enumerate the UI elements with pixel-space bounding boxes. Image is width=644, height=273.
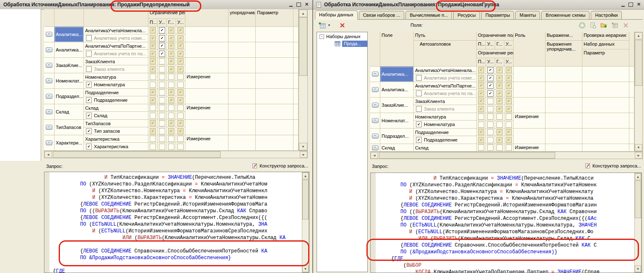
- expression-cell[interactable]: [229, 89, 256, 104]
- minimize-button[interactable]: [620, 1, 626, 8]
- restriction-checkbox[interactable]: ✔: [477, 67, 486, 74]
- restriction-checkbox[interactable]: ✔: [477, 105, 486, 113]
- role-cell[interactable]: [514, 67, 545, 82]
- tab-8[interactable]: Настройки: [591, 11, 622, 19]
- restriction-checkbox[interactable]: ✔: [504, 136, 514, 144]
- restriction-checkbox[interactable]: ✔: [158, 65, 167, 73]
- restriction-checkbox[interactable]: ✔: [176, 89, 185, 96]
- tab-1[interactable]: Наборы данных: [315, 10, 358, 20]
- right-table-vscrollbar[interactable]: ▲ ▼: [634, 32, 643, 152]
- parameter-cell[interactable]: [256, 135, 293, 151]
- right-titlebar[interactable]: Обработка ИсточникиДанныхПланирования: П…: [313, 0, 644, 10]
- restriction-checkbox[interactable]: ✔: [148, 143, 158, 151]
- restriction-checkbox[interactable]: ✔: [176, 135, 185, 143]
- restriction-checkbox[interactable]: ✔: [167, 89, 176, 96]
- field-name-cell[interactable]: Склад: [380, 144, 414, 152]
- restriction-checkbox[interactable]: ✔: [167, 81, 176, 89]
- expression-cell[interactable]: [545, 113, 582, 129]
- expression-cell[interactable]: [545, 98, 582, 113]
- restriction-checkbox[interactable]: ✔: [486, 98, 495, 105]
- restriction-checkbox[interactable]: ✔: [495, 82, 504, 90]
- restriction-checkbox[interactable]: ✔: [477, 144, 486, 152]
- restriction-checkbox[interactable]: ✔: [176, 73, 185, 81]
- restriction-checkbox[interactable]: ✔: [495, 90, 504, 98]
- autotitle-checkbox[interactable]: [86, 35, 92, 41]
- row-collapse-button[interactable]: −: [44, 42, 55, 58]
- restriction-checkbox[interactable]: ✔: [486, 74, 495, 82]
- restriction-checkbox[interactable]: ✔: [158, 27, 167, 34]
- field-name-cell[interactable]: Аналитика...: [380, 82, 414, 98]
- role-cell[interactable]: Измерение: [514, 113, 545, 129]
- query-builder-link[interactable]: Конструктор запроса...: [585, 163, 641, 169]
- minimize-button[interactable]: [288, 1, 294, 8]
- right-table-hscrollbar[interactable]: ◄ ►: [370, 152, 643, 159]
- role-cell[interactable]: [185, 27, 229, 42]
- field-autotitle-cell[interactable]: Аналитика учета по па...: [414, 90, 477, 98]
- scroll-down-icon[interactable]: ▼: [635, 144, 642, 151]
- restriction-checkbox[interactable]: ✔: [176, 120, 185, 127]
- parameter-cell[interactable]: [256, 120, 293, 135]
- row-collapse-button[interactable]: −: [44, 104, 55, 120]
- restriction-checkbox[interactable]: ✔: [148, 50, 158, 58]
- restriction-checkbox[interactable]: ✔: [504, 144, 514, 152]
- restriction-checkbox[interactable]: ✔: [495, 144, 504, 152]
- restriction-checkbox[interactable]: ✔: [148, 42, 158, 50]
- autotitle-checkbox[interactable]: [416, 106, 422, 112]
- scroll-thumb[interactable]: [635, 180, 641, 218]
- role-cell[interactable]: [185, 120, 229, 135]
- scroll-up-icon[interactable]: ▲: [635, 173, 641, 180]
- restriction-checkbox[interactable]: ✔: [486, 113, 495, 121]
- autotitle-checkbox[interactable]: [86, 66, 92, 72]
- field-name-cell[interactable]: ЗаказКлие...: [380, 98, 414, 113]
- restriction-checkbox[interactable]: ✔: [176, 127, 185, 135]
- add-dataset-button[interactable]: [318, 21, 327, 29]
- tab-6[interactable]: Макеты: [515, 11, 540, 19]
- field-path-cell[interactable]: Склад: [414, 144, 477, 152]
- row-collapse-button[interactable]: −: [370, 144, 380, 152]
- role-cell[interactable]: [185, 42, 229, 58]
- field-path-cell[interactable]: Номенклатура: [84, 73, 148, 81]
- restriction-checkbox[interactable]: ✔: [176, 27, 185, 34]
- restriction-checkbox[interactable]: ✔: [158, 58, 167, 65]
- restriction-checkbox[interactable]: ✔: [158, 42, 167, 50]
- row-collapse-button[interactable]: −: [44, 27, 55, 42]
- role-cell[interactable]: [514, 82, 545, 98]
- role-cell[interactable]: Измерение: [185, 73, 229, 89]
- field-name-cell[interactable]: Характери...: [55, 135, 84, 151]
- add-field-button[interactable]: [578, 21, 586, 29]
- right-query-vscrollbar[interactable]: ▲ ▼: [634, 173, 641, 273]
- parameter-cell[interactable]: [256, 89, 293, 104]
- scroll-thumb[interactable]: [635, 40, 642, 86]
- restriction-checkbox[interactable]: ✔: [504, 121, 514, 129]
- autotitle-checkbox[interactable]: ✔: [86, 113, 92, 118]
- restriction-checkbox[interactable]: ✔: [148, 135, 158, 143]
- delete-dataset-button[interactable]: [338, 21, 347, 29]
- delete-field-button[interactable]: [621, 21, 630, 29]
- field-name-cell[interactable]: Подраздел...: [55, 89, 84, 104]
- parameter-cell[interactable]: [256, 27, 293, 42]
- field-name-cell[interactable]: Аналитика...: [55, 27, 84, 42]
- tree-node-datasets[interactable]: − Наборы данных: [317, 32, 367, 40]
- field-path-cell[interactable]: ЗаказКлиента: [84, 58, 148, 65]
- field-path-cell[interactable]: Характеристика: [84, 135, 148, 143]
- restriction-checkbox[interactable]: ✔: [486, 129, 495, 136]
- restriction-checkbox[interactable]: ✔: [158, 81, 167, 89]
- expression-cell[interactable]: [229, 58, 256, 73]
- field-autotitle-cell[interactable]: ✔Подразделение: [414, 136, 477, 144]
- restriction-checkbox[interactable]: ✔: [176, 96, 185, 104]
- scroll-thumb[interactable]: [299, 17, 307, 76]
- role-cell[interactable]: [514, 98, 545, 113]
- tab-7[interactable]: Вложенные схемы: [541, 11, 589, 19]
- restriction-checkbox[interactable]: ✔: [477, 74, 486, 82]
- restriction-checkbox[interactable]: ✔: [477, 90, 486, 98]
- tree-node-dataset-prodazhi[interactable]: Прода...: [317, 40, 367, 47]
- field-autotitle-cell[interactable]: ✔Подразделение: [84, 96, 148, 104]
- restriction-checkbox[interactable]: ✔: [176, 143, 185, 151]
- restriction-checkbox[interactable]: ✔: [167, 96, 176, 104]
- restriction-checkbox[interactable]: ✔: [504, 74, 514, 82]
- row-collapse-button[interactable]: −: [44, 58, 55, 73]
- restriction-checkbox[interactable]: ✔: [167, 42, 176, 50]
- autotitle-checkbox[interactable]: ✔: [416, 137, 422, 143]
- restriction-checkbox[interactable]: ✔: [148, 96, 158, 104]
- restriction-checkbox[interactable]: ✔: [477, 98, 486, 105]
